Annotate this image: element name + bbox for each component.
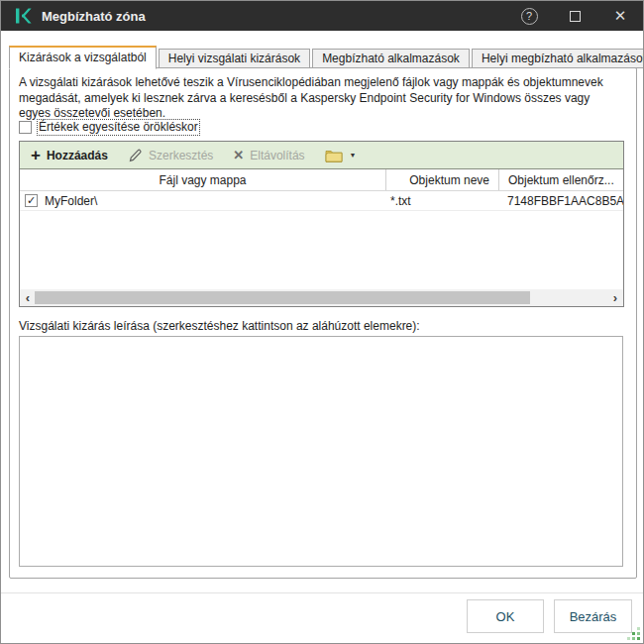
edit-button-label: Szerkesztés: [149, 149, 213, 162]
exclusions-list: + Hozzáadás Szerkesztés ✕ Eltávolítás: [19, 141, 624, 307]
footer-divider: [1, 592, 644, 593]
folder-icon: [325, 149, 343, 162]
close-dialog-button[interactable]: Bezárás: [554, 599, 632, 633]
table-empty-area: [20, 211, 623, 289]
scroll-right-button[interactable]: ›: [607, 289, 623, 306]
maximize-button[interactable]: [552, 1, 597, 31]
exclusion-description-label: Vizsgálati kizárás leírása (szerkesztésh…: [19, 319, 420, 333]
x-icon: ✕: [233, 148, 244, 162]
merge-values-checkbox[interactable]: Értékek egyesítése örökléskor: [19, 120, 199, 135]
checkbox-unchecked-icon: [19, 121, 32, 134]
titlebar: Megbízható zóna ? ✕: [1, 1, 643, 31]
edit-button[interactable]: Szerkesztés: [128, 148, 213, 162]
plus-icon: +: [31, 149, 41, 162]
scan-exclusions-panel: A vizsgálati kizárások lehetővé teszik a…: [9, 67, 637, 579]
chevron-down-icon: ▼: [350, 152, 357, 159]
help-button[interactable]: ?: [506, 1, 552, 31]
titlebar-controls: ? ✕: [506, 1, 643, 31]
scroll-left-icon: ‹: [26, 290, 30, 305]
scrollbar-thumb[interactable]: [35, 291, 530, 304]
column-header-object-name[interactable]: Objektum neve: [385, 169, 498, 190]
kaspersky-logo-icon: [14, 7, 32, 25]
merge-values-checkbox-label: Értékek egyesítése örökléskor: [38, 120, 199, 135]
resize-grip[interactable]: [628, 628, 640, 640]
tab-local-trusted-applications[interactable]: Helyi megbízható alkalmazások: [472, 49, 644, 68]
column-header-file[interactable]: Fájl vagy mappa: [20, 169, 385, 190]
help-icon: ?: [521, 8, 538, 25]
ok-button[interactable]: OK: [467, 599, 544, 633]
column-header-object-checksum[interactable]: Objektum ellenőrz...: [498, 169, 623, 190]
maximize-icon: [570, 11, 581, 22]
pencil-icon: [128, 148, 143, 162]
tab-strip: Kizárások a vizsgálatból Helyi vizsgálat…: [9, 46, 637, 68]
remove-button-label: Eltávolítás: [250, 149, 304, 162]
row-file-value: MyFolder\: [45, 194, 97, 208]
row-object-checksum-value: 7148FBBF1AAC8B5A...: [498, 194, 623, 208]
tab-local-scan-exclusions[interactable]: Helyi vizsgálati kizárások: [159, 49, 310, 68]
table-row[interactable]: ✓ MyFolder\ *.txt 7148FBBF1AAC8B5A...: [20, 191, 623, 211]
add-button-label: Hozzáadás: [47, 149, 108, 162]
window-title: Megbízható zóna: [42, 9, 146, 24]
exclusion-description-editor[interactable]: [19, 336, 623, 567]
close-icon: ✕: [614, 7, 627, 25]
tab-trusted-applications[interactable]: Megbízható alkalmazások: [312, 49, 470, 68]
scroll-right-icon: ›: [613, 290, 617, 305]
tab-scan-exclusions[interactable]: Kizárások a vizsgálatból: [9, 46, 157, 69]
add-button[interactable]: + Hozzáadás: [31, 149, 108, 162]
import-export-menu-button[interactable]: ▼: [325, 149, 357, 162]
scroll-left-button[interactable]: ‹: [20, 289, 36, 306]
row-object-name-value: *.txt: [385, 194, 498, 208]
list-toolbar: + Hozzáadás Szerkesztés ✕ Eltávolítás: [20, 142, 623, 169]
horizontal-scrollbar[interactable]: ‹ ›: [20, 289, 623, 306]
close-button[interactable]: ✕: [597, 1, 643, 31]
checkbox-checked-icon[interactable]: ✓: [25, 194, 38, 207]
row-file-cell: ✓ MyFolder\: [20, 194, 385, 208]
table-header: Fájl vagy mappa Objektum neve Objektum e…: [20, 169, 623, 191]
trusted-zone-dialog: Megbízható zóna ? ✕ Kizárások a vizsgála…: [0, 0, 644, 644]
panel-description: A vizsgálati kizárások lehetővé teszik a…: [19, 75, 619, 122]
remove-button[interactable]: ✕ Eltávolítás: [233, 148, 304, 162]
